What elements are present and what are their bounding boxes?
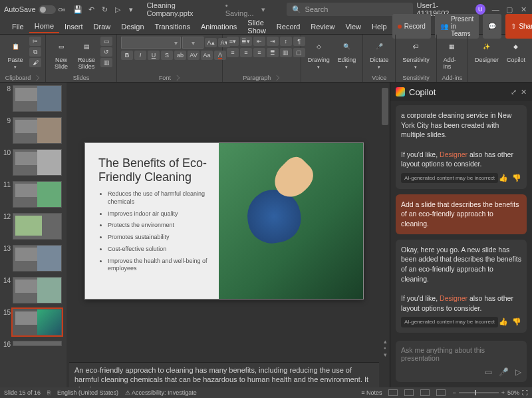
columns-button[interactable]: ▥ (280, 48, 292, 57)
thumbs-up-icon[interactable]: 👍 (499, 317, 508, 327)
mic-input-icon[interactable]: 🎤 (499, 367, 509, 377)
change-case-button[interactable]: Aa (201, 51, 213, 60)
menu-home[interactable]: Home (29, 20, 59, 33)
drawing-button[interactable]: ◇Drawing▾ (305, 37, 332, 71)
menu-transitions[interactable]: Transitions (150, 21, 196, 33)
indent-increase-button[interactable]: ⇥ (267, 37, 279, 46)
align-left-button[interactable]: ≡ (227, 48, 239, 57)
bullets-button[interactable]: ≡▾ (227, 37, 239, 46)
underline-button[interactable]: U (148, 51, 160, 60)
menu-slideshow[interactable]: Slide Show (242, 17, 271, 37)
slide-thumbnail-10[interactable] (13, 149, 62, 176)
designer-link[interactable]: Designer (440, 294, 467, 302)
dialog-launcher-icon[interactable] (174, 75, 180, 81)
italic-button[interactable]: I (134, 51, 146, 60)
slide-counter[interactable]: Slide 15 of 16 (4, 389, 41, 396)
copilot-expand-icon[interactable]: ⤢ (511, 88, 517, 97)
editing-button[interactable]: 🔍Editing▾ (335, 37, 359, 71)
reuse-slides-button[interactable]: ▤ Reuse Slides (75, 37, 98, 71)
layout-button[interactable]: ▭ (100, 37, 112, 46)
section-button[interactable]: ▥ (100, 58, 112, 67)
slide-thumbnail-11[interactable] (13, 181, 62, 208)
minimize-icon[interactable]: — (492, 5, 499, 13)
zoom-percent[interactable]: 50% (507, 389, 519, 396)
strike-button[interactable]: S (161, 51, 173, 60)
slide-thumbnail-8[interactable] (13, 85, 62, 112)
notes-toggle[interactable]: ≡ Notes (361, 389, 382, 396)
prompt-guide-icon[interactable]: ▭ (485, 367, 492, 377)
align-center-button[interactable]: ≡ (240, 48, 252, 57)
copilot-close-icon[interactable]: ✕ (521, 88, 527, 97)
dictate-button[interactable]: 🎤Dictate▾ (367, 37, 391, 71)
start-slideshow-icon[interactable]: ▷ (113, 5, 122, 14)
menu-animations[interactable]: Animations (196, 21, 242, 33)
slide-thumbnail-9[interactable] (13, 117, 62, 144)
sorter-view-button[interactable] (404, 389, 414, 396)
sensitivity-button[interactable]: 🏷Sensitivity▾ (400, 37, 432, 71)
font-size-select[interactable]: ▾ (182, 37, 203, 49)
zoom-slider[interactable] (459, 392, 499, 393)
avatar[interactable]: U (475, 4, 485, 15)
increase-font-button[interactable]: A▴ (205, 38, 217, 47)
slide-image[interactable] (219, 143, 363, 299)
menu-insert[interactable]: Insert (59, 21, 88, 33)
designer-button[interactable]: ✨Designer (472, 37, 501, 65)
format-painter-button[interactable]: 🖌 (29, 58, 41, 67)
slide-title[interactable]: The Benefits of Eco-Friendly Cleaning (98, 156, 208, 184)
line-spacing-button[interactable]: ↕ (280, 37, 292, 46)
char-spacing-button[interactable]: AV (188, 51, 200, 60)
qat-dropdown-icon[interactable]: ▾ (126, 5, 136, 14)
vertical-scrollbar[interactable] (382, 88, 388, 125)
zoom-out-icon[interactable]: − (452, 389, 456, 396)
indent-decrease-button[interactable]: ⇤ (253, 37, 265, 46)
designer-link[interactable]: Designer (440, 150, 467, 158)
close-icon[interactable]: ✕ (521, 5, 528, 13)
slide-thumbnail-15[interactable] (13, 309, 62, 335)
slide-thumbnail-16[interactable] (13, 341, 62, 346)
new-slide-button[interactable]: ▭ New Slide (50, 37, 72, 71)
spellcheck-icon[interactable]: ⎘ (47, 389, 51, 396)
reset-button[interactable]: ↺ (100, 47, 112, 57)
slide-thumbnail-12[interactable] (13, 213, 62, 240)
notes-pane[interactable]: An eco-friendly approach to cleaning has… (69, 362, 379, 387)
zoom-control[interactable]: − + 50% ⛶ (452, 389, 528, 396)
menu-review[interactable]: Review (305, 21, 340, 33)
addins-button[interactable]: ▦Add-ins (441, 37, 464, 71)
thumbs-up-icon[interactable]: 👍 (499, 173, 508, 183)
maximize-icon[interactable]: ▢ (506, 5, 513, 13)
cut-button[interactable]: ✂ (29, 37, 41, 46)
copilot-input-box[interactable]: Ask me anything about this presentation … (396, 341, 527, 382)
filename-dropdown-icon[interactable]: ▾ (261, 5, 265, 14)
autosave-toggle[interactable]: AutoSave On (4, 5, 65, 14)
language-status[interactable]: English (United States) (57, 389, 118, 396)
copilot-conversation[interactable]: a corporate cleaning service in New York… (390, 101, 532, 337)
current-slide[interactable]: The Benefits of Eco-Friendly Cleaning Re… (84, 142, 364, 299)
dialog-launcher-icon[interactable] (34, 75, 39, 81)
paste-button[interactable]: 📋 Paste ▾ (4, 37, 27, 71)
menu-view[interactable]: View (340, 21, 366, 33)
reading-view-button[interactable] (420, 389, 430, 396)
menu-record[interactable]: Record (271, 21, 305, 33)
redo-icon[interactable]: ↻ (100, 5, 109, 14)
menu-design[interactable]: Design (116, 21, 149, 33)
menu-file[interactable]: File (7, 21, 29, 33)
chevron-down-icon[interactable]: ▾ (14, 65, 17, 70)
thumbs-down-icon[interactable]: 👎 (512, 173, 521, 183)
slide-thumbnail-13[interactable] (13, 245, 62, 272)
menu-help[interactable]: Help (366, 21, 392, 33)
align-right-button[interactable]: ≡ (253, 48, 265, 57)
toggle-switch[interactable] (39, 5, 56, 14)
normal-view-button[interactable] (388, 389, 398, 396)
font-family-select[interactable]: ▾ (121, 37, 181, 49)
copy-button[interactable]: ⧉ (29, 47, 41, 57)
thumbs-down-icon[interactable]: 👎 (512, 317, 521, 327)
undo-icon[interactable]: ↶ (86, 5, 96, 14)
slide-bullet-list[interactable]: Reduces the use of harmful cleaning chem… (98, 190, 208, 273)
copilot-ribbon-button[interactable]: ◆Copilot (504, 37, 528, 65)
thumbnail-panel[interactable]: 8 9 10 11 12 13 14 15 16 (0, 83, 66, 387)
justify-button[interactable]: ≣ (267, 48, 279, 57)
dialog-launcher-icon[interactable] (274, 75, 279, 81)
shadow-button[interactable]: ab (174, 51, 186, 60)
accessibility-status[interactable]: ⚠ Accessibility: Investigate (125, 389, 197, 396)
bold-button[interactable]: B (121, 51, 133, 60)
